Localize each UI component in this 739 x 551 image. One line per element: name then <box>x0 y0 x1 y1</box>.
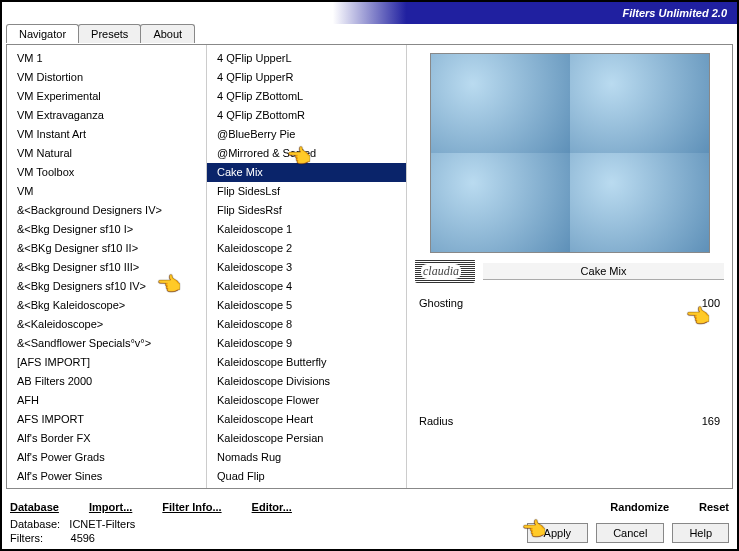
link-randomize[interactable]: Randomize <box>610 501 669 513</box>
preview-panel: Cake Mix Ghosting 100 Radius 169 <box>407 45 732 488</box>
tab-about[interactable]: About <box>140 24 195 43</box>
param-value: 100 <box>702 297 720 309</box>
link-import[interactable]: Import... <box>89 501 132 513</box>
list-item[interactable]: [AFS IMPORT] <box>7 353 206 372</box>
list-item[interactable]: 4 QFlip ZBottomL <box>207 87 406 106</box>
list-item[interactable]: VM Natural <box>7 144 206 163</box>
list-item[interactable]: Kaleidoscope 5 <box>207 296 406 315</box>
list-item[interactable]: Radial Mirror <box>207 486 406 488</box>
main-content: VM 1VM DistortionVM ExperimentalVM Extra… <box>6 44 733 489</box>
bottom-link-bar: Database Import... Filter Info... Editor… <box>10 501 729 513</box>
list-item[interactable]: VM <box>7 182 206 201</box>
list-item[interactable]: AFH <box>7 391 206 410</box>
list-item[interactable]: Kaleidoscope Persian <box>207 429 406 448</box>
list-item[interactable]: @Mirrored & Scaled <box>207 144 406 163</box>
apply-button[interactable]: Apply <box>527 523 589 543</box>
list-item[interactable]: AB Filters 2000 <box>7 372 206 391</box>
category-list[interactable]: VM 1VM DistortionVM ExperimentalVM Extra… <box>7 45 207 488</box>
list-item[interactable]: Alf's Power Sines <box>7 467 206 486</box>
list-item[interactable]: Alf's Power Toys <box>7 486 206 488</box>
list-item[interactable]: &<Kaleidoscope> <box>7 315 206 334</box>
list-item[interactable]: Kaleidoscope 9 <box>207 334 406 353</box>
link-editor[interactable]: Editor... <box>252 501 292 513</box>
list-item[interactable]: @BlueBerry Pie <box>207 125 406 144</box>
list-item[interactable]: Alf's Power Grads <box>7 448 206 467</box>
help-button[interactable]: Help <box>672 523 729 543</box>
list-item[interactable]: 4 QFlip UpperL <box>207 49 406 68</box>
list-item[interactable]: AFS IMPORT <box>7 410 206 429</box>
list-item[interactable]: Flip SidesRsf <box>207 201 406 220</box>
current-filter-name: Cake Mix <box>483 263 724 280</box>
list-item[interactable]: VM Instant Art <box>7 125 206 144</box>
list-item[interactable]: &<Background Designers IV> <box>7 201 206 220</box>
list-item[interactable]: Kaleidoscope 2 <box>207 239 406 258</box>
list-item[interactable]: VM Experimental <box>7 87 206 106</box>
list-item[interactable]: Kaleidoscope 4 <box>207 277 406 296</box>
list-item[interactable]: Alf's Border FX <box>7 429 206 448</box>
param-radius[interactable]: Radius 169 <box>411 407 728 435</box>
tab-strip: Navigator Presets About <box>6 24 194 43</box>
author-badge <box>415 259 475 283</box>
list-item[interactable]: VM Toolbox <box>7 163 206 182</box>
list-item[interactable]: Kaleidoscope 3 <box>207 258 406 277</box>
dialog-buttons: Apply Cancel Help <box>527 523 729 543</box>
status-filters-label: Filters: <box>10 532 43 544</box>
list-item[interactable]: Kaleidoscope Heart <box>207 410 406 429</box>
list-item[interactable]: Flip SidesLsf <box>207 182 406 201</box>
status-bar: Database: ICNET-Filters Filters: 4596 <box>10 517 135 545</box>
app-title: Filters Unlimited 2.0 <box>622 7 727 19</box>
list-item[interactable]: Nomads Rug <box>207 448 406 467</box>
link-filterinfo[interactable]: Filter Info... <box>162 501 221 513</box>
tab-presets[interactable]: Presets <box>78 24 141 43</box>
param-label: Radius <box>419 415 453 427</box>
cancel-button[interactable]: Cancel <box>596 523 664 543</box>
status-db-value: ICNET-Filters <box>69 518 135 530</box>
status-filters-count: 4596 <box>71 532 95 544</box>
list-item[interactable]: &<Bkg Designer sf10 I> <box>7 220 206 239</box>
list-item[interactable]: VM 1 <box>7 49 206 68</box>
list-item[interactable]: VM Distortion <box>7 68 206 87</box>
list-item[interactable]: &<Bkg Kaleidoscope> <box>7 296 206 315</box>
list-item[interactable]: VM Extravaganza <box>7 106 206 125</box>
link-database[interactable]: Database <box>10 501 59 513</box>
tab-navigator[interactable]: Navigator <box>6 24 79 43</box>
list-item[interactable]: Kaleidoscope 8 <box>207 315 406 334</box>
title-bar: Filters Unlimited 2.0 <box>2 2 737 24</box>
link-reset[interactable]: Reset <box>699 501 729 513</box>
filter-list[interactable]: 4 QFlip UpperL4 QFlip UpperR4 QFlip ZBot… <box>207 45 407 488</box>
list-item[interactable]: &<Sandflower Specials°v°> <box>7 334 206 353</box>
param-ghosting[interactable]: Ghosting 100 <box>411 289 728 317</box>
list-item[interactable]: Kaleidoscope Flower <box>207 391 406 410</box>
list-item[interactable]: Kaleidoscope 1 <box>207 220 406 239</box>
list-item[interactable]: &<Bkg Designers sf10 IV> <box>7 277 206 296</box>
list-item[interactable]: Kaleidoscope Butterfly <box>207 353 406 372</box>
list-item[interactable]: Kaleidoscope Divisions <box>207 372 406 391</box>
list-item[interactable]: &<Bkg Designer sf10 III> <box>7 258 206 277</box>
status-db-label: Database: <box>10 518 60 530</box>
list-item[interactable]: &<BKg Designer sf10 II> <box>7 239 206 258</box>
list-item[interactable]: 4 QFlip ZBottomR <box>207 106 406 125</box>
preview-image <box>430 53 710 253</box>
param-label: Ghosting <box>419 297 463 309</box>
list-item[interactable]: Cake Mix <box>207 163 406 182</box>
list-item[interactable]: 4 QFlip UpperR <box>207 68 406 87</box>
list-item[interactable]: Quad Flip <box>207 467 406 486</box>
param-value: 169 <box>702 415 720 427</box>
